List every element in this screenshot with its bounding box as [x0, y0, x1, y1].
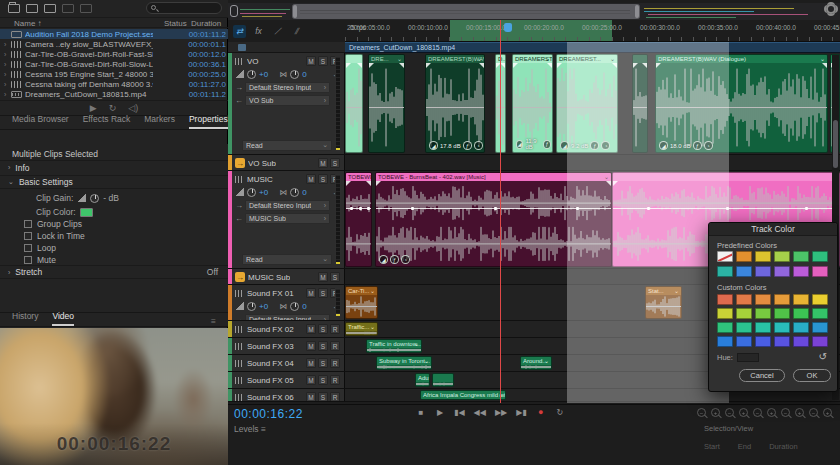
custom-swatch[interactable] [774, 308, 790, 319]
fast-forward-button[interactable]: ▶▶ [495, 408, 507, 417]
volume-envelope[interactable] [613, 208, 839, 209]
timeline-marker-pin[interactable] [504, 23, 512, 32]
predefined-swatch[interactable] [736, 251, 752, 262]
predefined-swatch[interactable] [755, 251, 771, 262]
audio-clip[interactable]: Traffic...⌄ [345, 322, 378, 336]
clip-menu-icon[interactable]: ⌄ [370, 323, 375, 331]
zoom-reset-icon[interactable]: + [823, 408, 832, 417]
input-select[interactable]: Default Stereo Input› [245, 200, 330, 211]
checkbox-lock-in-time[interactable]: Lock in Time [24, 230, 85, 242]
fade-out-handle[interactable] [642, 63, 647, 68]
predefined-swatch[interactable] [812, 251, 828, 262]
zoom-in-point-icon[interactable]: − [781, 408, 790, 417]
solo-button[interactable]: S [318, 56, 328, 66]
custom-swatch[interactable] [793, 294, 809, 305]
panel-menu-icon[interactable]: ≡ [211, 316, 216, 326]
track-header[interactable]: Sound FX 06MSR [228, 389, 345, 401]
envelope-keyframe[interactable] [350, 207, 353, 210]
checkbox-box[interactable] [24, 244, 32, 252]
track-name[interactable]: MUSIC [247, 175, 273, 184]
zoom-out-point-icon[interactable]: + [795, 408, 804, 417]
record-arm-button[interactable]: R [330, 358, 340, 368]
clip-menu-icon[interactable]: ⌄ [544, 357, 549, 365]
zoom-selection-icon[interactable]: − [809, 408, 818, 417]
fade-in-handle[interactable] [426, 63, 431, 68]
playhead[interactable] [500, 20, 501, 403]
custom-swatch[interactable] [736, 294, 752, 305]
zoom-navigator[interactable] [228, 3, 840, 20]
mute-button[interactable]: M [306, 358, 316, 368]
checkbox-box[interactable] [24, 256, 32, 264]
automation-mode-select[interactable]: Read⌄ [242, 254, 332, 265]
files-column-header[interactable]: Name ↑ Status Duration [0, 17, 228, 28]
ok-button[interactable]: OK [793, 369, 831, 382]
envelope-keyframe[interactable] [359, 207, 362, 210]
custom-swatch[interactable] [793, 308, 809, 319]
play-button[interactable]: ▶ [435, 408, 445, 417]
track-name[interactable]: VO [247, 57, 259, 66]
solo-button[interactable]: S [318, 392, 328, 401]
track-header[interactable]: Sound FX 02MSR [228, 321, 345, 337]
loop-button[interactable]: ↻ [555, 408, 565, 417]
predefined-swatch[interactable] [717, 251, 733, 262]
navigator-start-handle[interactable] [230, 5, 238, 17]
chevron-right-icon[interactable]: › [4, 41, 11, 48]
clip-stretch-icon[interactable]: ◔ [401, 255, 410, 264]
checkbox-loop[interactable]: Loop [24, 242, 56, 254]
custom-swatch[interactable] [717, 322, 733, 333]
fade-out-handle[interactable] [479, 63, 484, 68]
fade-in-handle[interactable] [513, 63, 518, 68]
zoom-out-v-icon[interactable]: − [753, 408, 762, 417]
predefined-swatch[interactable] [755, 266, 771, 277]
record-arm-button[interactable]: R [330, 324, 340, 334]
track-header[interactable]: →VO SubMS [228, 155, 345, 170]
audio-clip[interactable]: DREAMERST(B)WAV (D...⌄◢11.9 dBƒ◔ [512, 54, 553, 153]
volume-envelope[interactable] [346, 208, 371, 209]
clip-fx-icon[interactable]: ƒ [590, 141, 599, 150]
reset-icon[interactable]: ↺ [819, 351, 827, 362]
predefined-swatch[interactable] [736, 266, 752, 277]
fade-out-handle[interactable] [606, 181, 611, 186]
tab-markers[interactable]: Markers [144, 114, 175, 129]
predefined-swatch[interactable] [774, 251, 790, 262]
custom-swatch[interactable] [736, 308, 752, 319]
custom-swatch[interactable] [755, 322, 771, 333]
mute-button[interactable]: M [306, 324, 316, 334]
audio-clip[interactable]: DREAMERST...⌄◢9.2 dBƒ◔ [556, 54, 618, 153]
fade-in-handle[interactable] [656, 63, 661, 68]
fade-in-handle[interactable] [376, 181, 381, 186]
volume-envelope[interactable] [376, 208, 611, 209]
clip-stretch-icon[interactable]: ◔ [474, 141, 483, 150]
solo-button[interactable]: S [330, 272, 340, 282]
custom-swatch[interactable] [774, 336, 790, 347]
file-row[interactable]: ›Cessna 195 Engine Start_2 48000 3.wav00… [0, 70, 228, 80]
clip-fx-icon[interactable]: ƒ [543, 140, 550, 149]
record-button[interactable]: ● [536, 407, 546, 417]
custom-swatch[interactable] [717, 308, 733, 319]
predefined-swatch[interactable] [774, 266, 790, 277]
clip-gain-icon[interactable]: ◢ [516, 140, 523, 149]
audio-clip[interactable] [432, 373, 454, 387]
predefined-swatch[interactable] [717, 266, 733, 277]
track-lane[interactable] [345, 155, 840, 170]
envelope-keyframe[interactable] [494, 207, 497, 210]
mute-button[interactable]: M [306, 392, 316, 401]
solo-button[interactable]: S [318, 341, 328, 351]
solo-button[interactable]: S [318, 358, 328, 368]
audio-clip[interactable]: Traffic in downtow...⌄ [366, 339, 422, 353]
video-track-clip[interactable]: Dreamers_CutDown_180815.mp4 [345, 42, 840, 53]
predefined-swatch[interactable] [793, 251, 809, 262]
custom-swatch[interactable] [736, 336, 752, 347]
fade-out-handle[interactable] [822, 63, 827, 68]
skip-to-end-button[interactable]: ▶▮ [516, 408, 527, 417]
audio-clip[interactable] [632, 54, 648, 153]
mute-button[interactable]: M [306, 56, 316, 66]
automation-mode-select[interactable]: Read⌄ [242, 140, 332, 151]
file-row[interactable]: ›Dreamers_CutDown_180815.mp400:01:11.2 [0, 90, 228, 100]
file-row[interactable]: ›Car-Tire-OB-Gravel-Dirt-Roll-Fast-Skid … [0, 49, 228, 59]
track-header[interactable]: Sound FX 05MSR [228, 372, 345, 388]
clip-fx-icon[interactable]: ƒ [463, 141, 472, 150]
import-file-icon[interactable] [26, 4, 38, 13]
solo-button[interactable]: S [318, 174, 328, 184]
column-duration[interactable]: Duration [191, 19, 221, 28]
